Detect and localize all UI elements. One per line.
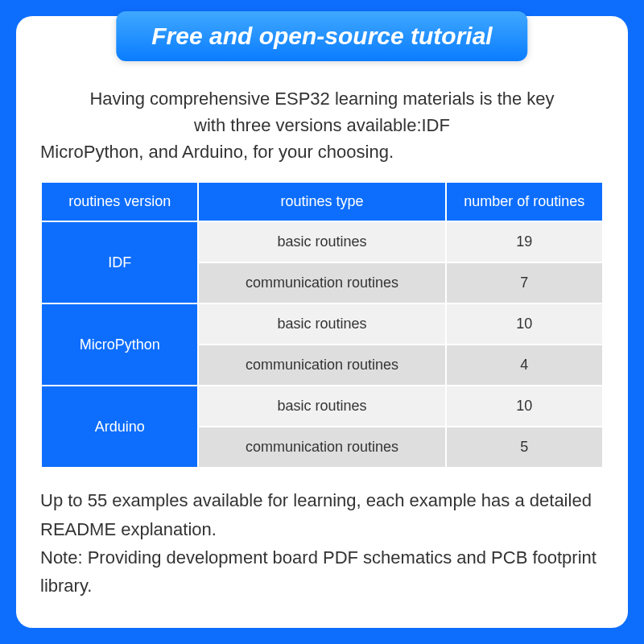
title-badge: Free and open-source tutorial bbox=[116, 11, 527, 61]
table-row: MicroPython basic routines 10 bbox=[41, 303, 603, 345]
footer-line-2: Note: Providing development board PDF sc… bbox=[40, 543, 604, 600]
header-type: routines type bbox=[198, 182, 445, 221]
header-version: routines version bbox=[41, 182, 198, 221]
routines-table: routines version routines type number of… bbox=[40, 181, 604, 469]
type-cell: communication routines bbox=[198, 345, 445, 386]
table-row: Arduino basic routines 10 bbox=[41, 386, 603, 427]
table-header-row: routines version routines type number of… bbox=[41, 182, 603, 221]
type-cell: basic routines bbox=[198, 303, 445, 345]
number-cell: 7 bbox=[446, 262, 603, 303]
number-cell: 10 bbox=[446, 386, 603, 427]
version-cell: IDF bbox=[41, 221, 198, 303]
header-number: number of routines bbox=[446, 182, 603, 221]
intro-line-2: with three versions available:IDF bbox=[40, 112, 604, 138]
type-cell: communication routines bbox=[198, 262, 445, 303]
intro-line-1: Having comprehensive ESP32 learning mate… bbox=[40, 85, 604, 112]
footer-text: Up to 55 examples available for learning… bbox=[40, 486, 604, 600]
number-cell: 10 bbox=[446, 303, 603, 345]
type-cell: basic routines bbox=[198, 386, 445, 427]
number-cell: 4 bbox=[446, 345, 603, 386]
content-card: Free and open-source tutorial Having com… bbox=[16, 16, 628, 628]
type-cell: communication routines bbox=[198, 427, 445, 468]
number-cell: 5 bbox=[446, 427, 603, 468]
table-row: IDF basic routines 19 bbox=[41, 221, 603, 262]
intro-line-3: MicroPython, and Arduino, for your choos… bbox=[40, 138, 604, 165]
footer-line-1: Up to 55 examples available for learning… bbox=[40, 486, 604, 543]
number-cell: 19 bbox=[446, 221, 603, 262]
version-cell: Arduino bbox=[41, 386, 198, 468]
version-cell: MicroPython bbox=[41, 303, 198, 386]
type-cell: basic routines bbox=[198, 221, 445, 262]
